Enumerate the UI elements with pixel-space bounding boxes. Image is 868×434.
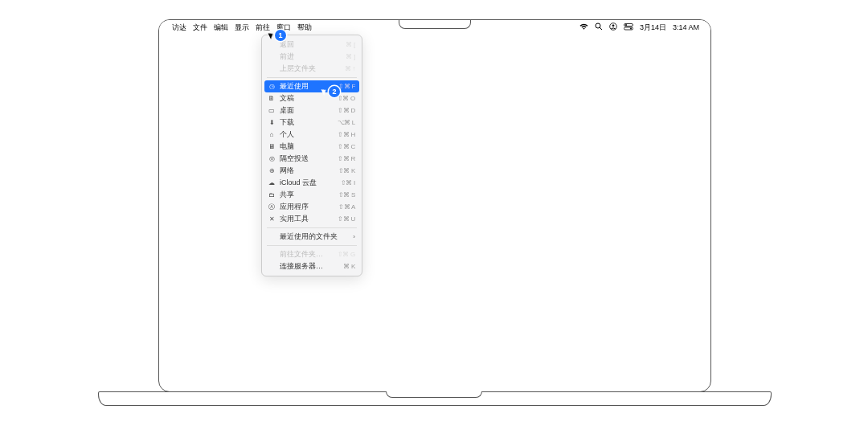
menu-separator	[267, 77, 357, 78]
go-menu-dropdown: • 返回 ⌘ [ • 前进 ⌘ ] • 上层文件夹 ⌘ ↑ ◷ 最近使用 ⇧⌘ …	[261, 35, 362, 276]
svg-point-3	[612, 24, 615, 27]
menu-item-icloud[interactable]: ☁ iCloud 云盘 ⇧⌘ I	[262, 177, 362, 189]
menu-item-airdrop[interactable]: ◎ 隔空投送 ⇧⌘ R	[262, 153, 362, 165]
cloud-icon: ☁	[267, 179, 276, 186]
svg-point-5	[625, 24, 627, 26]
download-icon: ⬇	[267, 119, 276, 126]
menu-item-computer[interactable]: 🖥 电脑 ⇧⌘ C	[262, 141, 362, 153]
control-center-icon[interactable]	[624, 23, 633, 32]
menubar-date[interactable]: 3月14日	[640, 23, 666, 33]
screen-notch	[399, 19, 471, 29]
menu-finder[interactable]: 访达	[172, 23, 186, 33]
menu-separator	[267, 245, 357, 246]
desktop-icon: ▭	[267, 107, 276, 114]
menu-item-goto-folder[interactable]: • 前往文件夹… ⇧⌘ G	[262, 248, 362, 260]
menu-item-utilities[interactable]: ✕ 实用工具 ⇧⌘ U	[262, 213, 362, 225]
menu-item-back[interactable]: • 返回 ⌘ [	[262, 39, 362, 51]
user-icon[interactable]	[609, 23, 617, 32]
shared-icon: 🗀	[267, 191, 276, 199]
chevron-right-icon: ›	[353, 233, 355, 240]
menubar-time[interactable]: 3:14 AM	[673, 23, 699, 31]
laptop-trackpad-notch	[386, 391, 482, 398]
menu-item-applications[interactable]: Ⓐ 应用程序 ⇧⌘ A	[262, 201, 362, 213]
menu-item-network[interactable]: ⊕ 网络 ⇧⌘ K	[262, 165, 362, 177]
clock-icon: ◷	[267, 83, 276, 90]
menu-item-downloads[interactable]: ⬇ 下载 ⌥⌘ L	[262, 117, 362, 129]
menu-separator	[267, 227, 357, 228]
menu-item-recents[interactable]: ◷ 最近使用 ⇧⌘ F	[264, 80, 359, 92]
laptop-screen: 访达 文件 编辑 显示 前往 窗口 帮助 3月14日 3:14 AM	[158, 19, 711, 392]
annotation-marker-1: 1	[275, 30, 286, 41]
menu-help[interactable]: 帮助	[297, 23, 312, 33]
airdrop-icon: ◎	[267, 155, 276, 162]
svg-line-1	[600, 27, 602, 30]
menu-item-forward[interactable]: • 前进 ⌘ ]	[262, 51, 362, 63]
utilities-icon: ✕	[267, 215, 276, 223]
menu-item-connect-server[interactable]: • 连接服务器… ⌘ K	[262, 260, 362, 272]
menu-item-documents[interactable]: 🗎 文稿 ⇧⌘ O	[262, 92, 362, 104]
menu-edit[interactable]: 编辑	[214, 23, 228, 33]
wifi-icon[interactable]	[579, 23, 588, 32]
menu-item-shared[interactable]: 🗀 共享 ⇧⌘ S	[262, 189, 362, 201]
search-icon[interactable]	[595, 23, 603, 32]
home-icon: ⌂	[267, 131, 276, 138]
menu-file[interactable]: 文件	[193, 23, 207, 33]
svg-point-7	[630, 27, 632, 29]
menu-item-home[interactable]: ⌂ 个人 ⇧⌘ H	[262, 129, 362, 141]
menu-item-recent-folders[interactable]: • 最近使用的文件夹 ›	[262, 231, 362, 243]
menu-view[interactable]: 显示	[235, 23, 249, 33]
annotation-marker-2: 2	[329, 86, 340, 97]
menu-go[interactable]: 前往	[256, 23, 270, 33]
menu-item-enclosing[interactable]: • 上层文件夹 ⌘ ↑	[262, 63, 362, 75]
computer-icon: 🖥	[267, 143, 276, 150]
network-icon: ⊕	[267, 167, 276, 174]
apps-icon: Ⓐ	[267, 203, 276, 211]
menu-item-desktop[interactable]: ▭ 桌面 ⇧⌘ D	[262, 104, 362, 117]
document-icon: 🗎	[267, 95, 276, 102]
svg-point-0	[596, 23, 600, 28]
